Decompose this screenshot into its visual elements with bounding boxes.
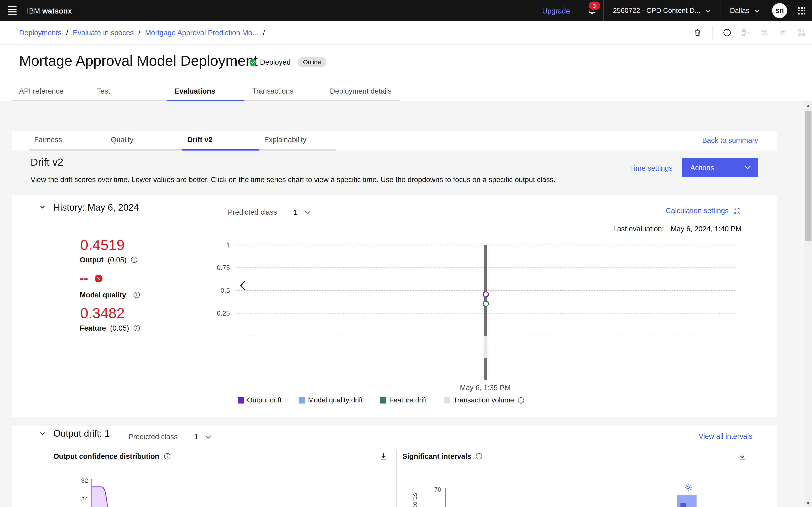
subtab-quality[interactable]: Quality	[106, 131, 182, 151]
actions-button[interactable]: Actions	[682, 158, 758, 177]
breadcrumb-model[interactable]: Mortgage Approval Prediction Mo...	[145, 29, 258, 37]
calculation-settings-link[interactable]: Calculation settings	[666, 207, 741, 215]
page-title: Mortage Approval Model Deployment	[19, 53, 258, 69]
info-icon[interactable]	[131, 256, 138, 263]
significant-intervals-title: Significant intervals	[402, 452, 483, 460]
avatar[interactable]: SR	[772, 3, 787, 18]
output-drift-value: 0.4519	[80, 237, 125, 253]
drift-section-description: View the drift scores over time. Lower v…	[31, 175, 555, 183]
info-icon[interactable]	[517, 397, 524, 404]
evaluation-subtab-bar: Fairness Quality Drift v2 Explainability…	[11, 131, 777, 151]
chevron-down-icon	[305, 210, 311, 214]
info-icon[interactable]	[133, 291, 140, 298]
chevron-down-icon	[206, 435, 211, 438]
sun-icon	[684, 483, 692, 491]
ytick-1: 1	[203, 241, 230, 249]
header-right: Upgrade 3 2560722 - CPD Content D... Dal…	[532, 0, 812, 21]
last-evaluation-label: Last evaluation:	[613, 225, 664, 233]
online-badge: Online	[298, 57, 326, 67]
chevron-down-icon	[755, 9, 760, 12]
legend-model-quality-drift: Model quality drift	[299, 396, 363, 404]
predicted-class-label: Predicted class	[228, 208, 277, 216]
grid-icon	[798, 7, 805, 14]
interval-bar-light[interactable]	[677, 495, 697, 507]
info-icon[interactable]	[475, 453, 483, 460]
tab-api-reference[interactable]: API reference	[11, 83, 89, 101]
notifications-button[interactable]: 3	[580, 0, 603, 21]
collapse-history-icon[interactable]	[39, 203, 46, 210]
legend-transaction-volume: Transaction volume	[444, 396, 524, 404]
output-drift-title: Output drift: 1	[53, 429, 110, 439]
view-all-intervals-link[interactable]: View all intervals	[699, 432, 753, 440]
ytick-025: 0.25	[203, 309, 230, 317]
legend-output-drift: Output drift	[238, 396, 282, 404]
output-drift-label: Output(0.05)	[80, 256, 138, 264]
tab-test[interactable]: Test	[89, 83, 167, 101]
history-icon	[760, 29, 768, 37]
transaction-volume-swatch	[444, 397, 450, 403]
interval-bar[interactable]	[484, 245, 487, 380]
legend-feature-drift: Feature drift	[380, 396, 427, 404]
history-title: History: May 6, 2024	[53, 203, 139, 213]
app-header: IBM watsonx Upgrade 3 2560722 - CPD Cont…	[0, 0, 812, 21]
feature-drift-value: 0.3482	[80, 305, 125, 322]
brand-logo[interactable]: IBM watsonx	[27, 7, 72, 15]
download-icon[interactable]	[379, 452, 388, 460]
predicted-class-dropdown[interactable]: 1	[294, 208, 311, 216]
info-icon[interactable]	[163, 453, 171, 460]
right-chart-y-label: Records	[411, 493, 418, 507]
evaluation-subtabs: Fairness Quality Drift v2 Explainability	[29, 131, 336, 151]
history-card: History: May 6, 2024 Predicted class 1 C…	[11, 195, 777, 417]
trash-icon[interactable]	[693, 29, 702, 37]
scrollbar-thumb[interactable]	[805, 111, 811, 241]
app-switcher-button[interactable]	[791, 0, 812, 21]
predicted-class-dropdown[interactable]: 1	[194, 433, 211, 441]
back-to-summary-link[interactable]: Back to summary	[702, 136, 758, 144]
time-settings-link[interactable]: Time settings	[630, 164, 673, 172]
menu-icon[interactable]	[0, 0, 25, 21]
chevron-down-icon	[745, 166, 751, 169]
info-icon[interactable]	[723, 29, 731, 37]
subtab-drift-v2[interactable]: Drift v2	[182, 131, 259, 151]
region-selector[interactable]: Dallas	[721, 0, 769, 21]
notification-badge: 3	[589, 1, 600, 10]
breadcrumb-evaluate-in-spaces[interactable]: Evaluate in spaces	[73, 29, 134, 37]
check-circle-icon	[249, 58, 257, 66]
scroll-down-icon[interactable]: ▼	[804, 499, 812, 507]
tab-transactions[interactable]: Transactions	[245, 83, 322, 101]
scroll-up-icon[interactable]: ▲	[804, 101, 812, 109]
breadcrumb-deployments[interactable]: Deployments	[19, 29, 61, 37]
tab-deployment-details[interactable]: Deployment details	[322, 83, 400, 101]
model-quality-value: --	[80, 271, 88, 286]
subtab-explainability[interactable]: Explainability	[259, 131, 336, 151]
model-quality-drift-swatch	[299, 397, 305, 403]
watsonx-evaluations-page: IBM watsonx Upgrade 3 2560722 - CPD Cont…	[0, 0, 812, 507]
feature-drift-marker[interactable]	[483, 300, 489, 307]
account-selector[interactable]: 2560722 - CPD Content D...	[604, 0, 720, 21]
blocked-icon	[94, 274, 103, 283]
chevron-down-icon	[706, 9, 711, 12]
info-icon[interactable]	[133, 325, 140, 332]
interval-bar-dark	[680, 503, 686, 507]
page-actions	[693, 26, 806, 39]
chat-icon	[779, 29, 787, 37]
download-icon[interactable]	[738, 452, 746, 460]
subtab-fairness[interactable]: Fairness	[29, 131, 105, 151]
predicted-class-label: Predicted class	[129, 433, 177, 441]
right-chart-ytick: 70	[426, 486, 441, 493]
volume-bar-light-segment	[484, 336, 487, 358]
main-tabs: API reference Test Evaluations Transacti…	[11, 83, 400, 101]
scrollbar[interactable]: ▲ ▼	[804, 101, 812, 507]
tab-evaluations[interactable]: Evaluations	[167, 83, 245, 101]
output-drift-marker[interactable]	[483, 291, 489, 297]
history-plot[interactable]	[236, 245, 735, 336]
collapse-output-drift-icon[interactable]	[39, 430, 46, 437]
feature-drift-label: Feature(0.05)	[80, 324, 140, 332]
status-label: Deployed	[260, 58, 291, 66]
last-evaluation: Last evaluation: May 6, 2024, 1:40 PM	[613, 225, 742, 233]
left-chart-ytick: 24	[72, 496, 88, 503]
drift-section-title: Drift v2	[31, 156, 63, 168]
upgrade-link[interactable]: Upgrade	[532, 7, 580, 15]
breadcrumb-bar: Deployments / Evaluate in spaces / Mortg…	[0, 21, 812, 44]
right-chart-y-axis	[445, 488, 446, 507]
